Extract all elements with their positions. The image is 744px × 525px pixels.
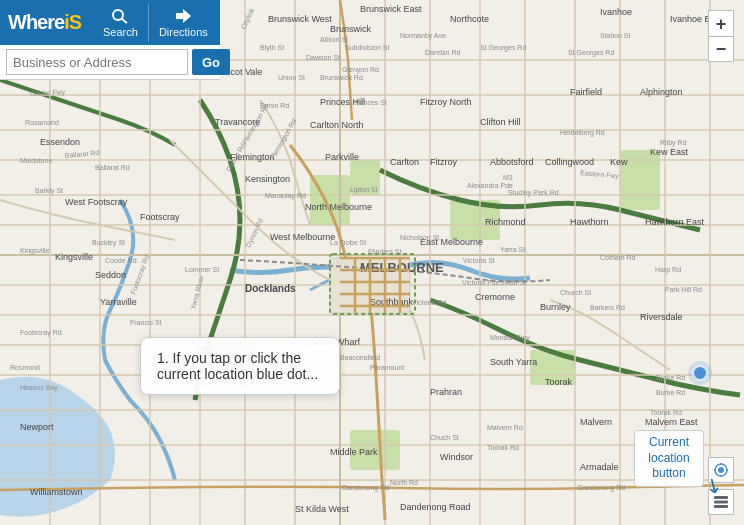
svg-text:Yarraville: Yarraville	[100, 297, 137, 307]
svg-text:Riversdale: Riversdale	[640, 312, 683, 322]
svg-text:Darebin Rd: Darebin Rd	[425, 49, 461, 56]
directions-nav-button[interactable]: Directions	[149, 3, 218, 42]
search-input[interactable]	[6, 49, 188, 75]
svg-text:Malvern Rd: Malvern Rd	[487, 424, 523, 431]
svg-text:Beaconsfield: Beaconsfield	[340, 354, 380, 361]
svg-text:Princes St: Princes St	[355, 99, 387, 106]
svg-text:Victoria Rd: Victoria Rd	[412, 299, 446, 306]
svg-text:Swan St: Swan St	[500, 279, 526, 286]
svg-text:Kew: Kew	[610, 157, 628, 167]
go-button[interactable]: Go	[192, 49, 230, 75]
svg-text:St Georges Rd: St Georges Rd	[480, 44, 526, 52]
svg-text:Paramount: Paramount	[370, 364, 404, 371]
svg-text:Hawthorn East: Hawthorn East	[645, 217, 705, 227]
svg-text:Coode Rd: Coode Rd	[105, 257, 137, 264]
svg-text:Union St: Union St	[278, 74, 305, 81]
svg-text:Essendon: Essendon	[40, 137, 80, 147]
svg-text:Chuch St: Chuch St	[430, 434, 459, 441]
svg-text:Seddon: Seddon	[95, 270, 126, 280]
svg-text:Ermin Rd: Ermin Rd	[260, 102, 289, 109]
current-location-text: Current location button	[648, 435, 689, 480]
svg-text:Barkly St: Barkly St	[35, 187, 63, 195]
svg-text:Monash Fwy: Monash Fwy	[490, 334, 530, 342]
svg-text:Lommer St: Lommer St	[185, 266, 219, 273]
svg-text:Newport: Newport	[20, 422, 54, 432]
map-container[interactable]: Brunswick West Brunswick East Brunswick …	[0, 0, 744, 525]
svg-text:Windsor: Windsor	[440, 452, 473, 462]
svg-text:Burke Rd: Burke Rd	[656, 374, 685, 381]
current-location-label: Current location button	[634, 430, 704, 487]
svg-text:Toorak Rd: Toorak Rd	[650, 409, 682, 416]
svg-text:Dandenong Rd: Dandenong Rd	[342, 484, 389, 492]
svg-text:MELBOURNE: MELBOURNE	[360, 260, 444, 275]
svg-rect-187	[714, 505, 728, 508]
search-bar: Go	[0, 45, 220, 80]
svg-text:Park Hill Rd: Park Hill Rd	[665, 286, 702, 293]
svg-text:Williamstown: Williamstown	[30, 487, 83, 497]
svg-text:Buckley St: Buckley St	[92, 239, 125, 247]
svg-text:South Yarra: South Yarra	[490, 357, 537, 367]
svg-text:Victoria St: Victoria St	[463, 257, 495, 264]
svg-text:Church St: Church St	[560, 289, 591, 296]
svg-point-176	[113, 10, 123, 20]
svg-text:Kingsville: Kingsville	[55, 252, 93, 262]
svg-text:La Trobe St: La Trobe St	[330, 239, 366, 246]
search-nav-button[interactable]: Search	[93, 3, 149, 42]
svg-text:Toorak: Toorak	[545, 377, 573, 387]
svg-text:Toorak Rd: Toorak Rd	[487, 444, 519, 451]
svg-text:Albion St: Albion St	[320, 36, 348, 43]
directions-icon	[173, 7, 193, 25]
logo-where: Where	[8, 11, 64, 33]
svg-text:Dandenong Road: Dandenong Road	[400, 502, 471, 512]
svg-text:Station St: Station St	[600, 32, 630, 39]
svg-text:Yarra St: Yarra St	[500, 246, 525, 253]
svg-text:Maidstone: Maidstone	[20, 157, 52, 164]
svg-text:West Footscray: West Footscray	[65, 197, 128, 207]
svg-text:Burnley: Burnley	[540, 302, 571, 312]
svg-text:Ivanhoe: Ivanhoe	[600, 7, 632, 17]
svg-text:Glenyon Rd: Glenyon Rd	[342, 66, 379, 74]
callout-tooltip: 1. If you tap or click the current locat…	[140, 337, 340, 395]
zoom-in-button[interactable]: +	[708, 10, 734, 36]
app-logo: WhereiS	[0, 7, 89, 38]
svg-rect-186	[714, 501, 728, 504]
svg-text:Fitzroy: Fitzroy	[430, 157, 458, 167]
svg-text:Hawthorn: Hawthorn	[570, 217, 609, 227]
svg-marker-178	[176, 9, 191, 23]
svg-text:Kensington: Kensington	[245, 174, 290, 184]
svg-text:Alphington: Alphington	[640, 87, 683, 97]
svg-text:Normanby Ave: Normanby Ave	[400, 32, 446, 40]
svg-text:Clifton Hill: Clifton Hill	[480, 117, 521, 127]
svg-text:Cotham Rd: Cotham Rd	[600, 254, 636, 261]
svg-text:Blyth St: Blyth St	[260, 44, 284, 52]
nav-buttons: Search Directions	[93, 3, 218, 42]
svg-text:North Rd: North Rd	[390, 479, 418, 486]
svg-text:Parkville: Parkville	[325, 152, 359, 162]
svg-text:Lipton St: Lipton St	[350, 186, 378, 194]
logo-is: iS	[64, 11, 81, 33]
svg-text:Armadale: Armadale	[580, 462, 619, 472]
svg-text:Hbsons Bay: Hbsons Bay	[20, 384, 58, 392]
svg-text:Burke Rd: Burke Rd	[656, 389, 685, 396]
svg-text:St Kilda West: St Kilda West	[295, 504, 349, 514]
svg-text:Footscray: Footscray	[140, 212, 180, 222]
svg-text:Carlton North: Carlton North	[310, 120, 364, 130]
svg-text:Dawson St: Dawson St	[306, 54, 340, 61]
svg-text:M3: M3	[503, 174, 513, 181]
svg-text:Subdivision St: Subdivision St	[345, 44, 389, 51]
directions-nav-label: Directions	[159, 26, 208, 38]
svg-text:Alexandra Pde: Alexandra Pde	[467, 182, 513, 189]
zoom-out-button[interactable]: −	[708, 36, 734, 62]
app-header: WhereiS Search Directions	[0, 0, 220, 45]
zoom-controls: + −	[708, 10, 734, 62]
svg-text:Footscray Rd: Footscray Rd	[20, 329, 62, 337]
svg-text:Francis St: Francis St	[130, 319, 162, 326]
svg-text:Prahran: Prahran	[430, 387, 462, 397]
svg-text:Collingwood: Collingwood	[545, 157, 594, 167]
svg-text:Brunswick West: Brunswick West	[268, 14, 332, 24]
search-nav-label: Search	[103, 26, 138, 38]
svg-point-179	[718, 467, 724, 473]
svg-text:Rosamund: Rosamund	[25, 119, 59, 126]
svg-text:Docklands: Docklands	[245, 283, 296, 294]
svg-text:Fitzroy North: Fitzroy North	[420, 97, 472, 107]
